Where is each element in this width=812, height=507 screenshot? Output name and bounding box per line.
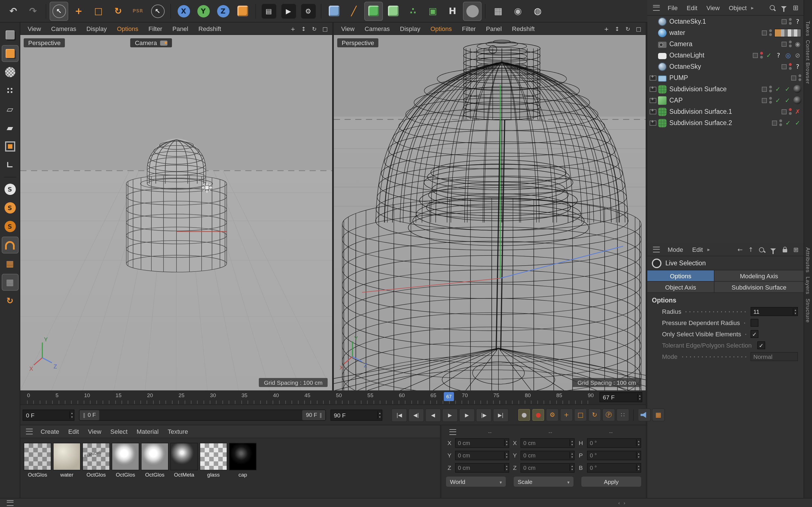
dock-tab[interactable]: Layers [805,277,811,294]
panel-menu-icon[interactable] [7,500,13,506]
visibility-dots[interactable] [789,63,792,70]
search-icon[interactable] [770,5,775,10]
size-field[interactable]: 0 cm [520,438,574,448]
expand-icon[interactable] [650,98,656,103]
object-tag-thumbnail[interactable] [794,96,801,104]
material-menu-item[interactable]: Material [132,428,163,435]
material-thumbnail[interactable] [24,443,51,470]
OctGlos[interactable]: OctGlos [24,443,51,478]
stepper-icon[interactable] [504,439,509,446]
viewport-menu-item[interactable]: Options [425,25,457,32]
visibility-dots[interactable] [799,74,801,81]
cap[interactable]: cap [229,443,257,478]
stepper-icon[interactable] [636,464,641,471]
rotation-field[interactable]: 0 ° [587,463,641,472]
viewport-menu-item[interactable]: Panel [481,25,507,32]
sound-scrub-icon[interactable] [638,408,651,421]
rotate-workplane-icon[interactable]: ↻ [1,292,18,309]
edges-mode-icon[interactable]: ▱ [1,101,18,118]
attribute-tab[interactable]: Modeling Axis [714,270,804,281]
object-badge[interactable]: ✓ [774,97,781,104]
object-badge[interactable]: ✓ [784,119,792,126]
solo-off-icon[interactable]: S [1,181,18,198]
record-objects-icon[interactable]: ● [518,408,530,421]
expand-icon[interactable] [650,64,656,69]
parent-object-icon[interactable]: ↑ [747,246,755,253]
PUMP[interactable]: PUMP [647,72,804,83]
viewport-left[interactable]: ViewCamerasDisplayOptionsFilterPanelReds… [20,22,332,390]
viewport-right[interactable]: ViewCamerasDisplayOptionsFilterPanelReds… [334,22,646,390]
CAP[interactable]: CAP ✓ ✓ [647,95,804,106]
menu-overflow-icon[interactable]: ▸ [751,5,754,10]
light-icon[interactable]: ◍ [528,1,547,20]
next-key-button[interactable]: |▶ [476,408,492,421]
timeline-mode-icon[interactable]: ▦ [652,408,665,421]
expand-icon[interactable] [650,19,656,24]
visibility-dots[interactable] [769,29,772,36]
coordinate-column-header[interactable]: -- [520,429,581,435]
expand-icon[interactable] [650,30,656,35]
dolly-view-icon[interactable]: ↕ [299,24,308,33]
viewport-canvas-left[interactable]: YXZ Perspective Camera Grid Spacing : 10… [20,35,332,390]
range-end-handle[interactable]: 90 F [303,410,325,420]
new-panel-icon[interactable]: ⊞ [792,246,800,253]
object-manager-menu-item[interactable]: File [663,4,682,11]
visibility-dots[interactable] [789,108,792,115]
dock-tab[interactable]: Attributes [805,247,811,273]
space-select[interactable]: World [446,476,506,487]
viewport-menu-item[interactable]: Display [395,25,425,32]
material-name[interactable]: OctMeta [170,471,198,478]
attribute-menu-item[interactable]: Edit [688,246,707,253]
object-badge[interactable]: ? [794,18,801,25]
current-frame-field[interactable]: 67 F [599,392,642,402]
position-field[interactable]: 0 cm [455,438,509,448]
Camera[interactable]: Camera ◉ [647,38,804,50]
dock-tab[interactable]: Content Browser [805,40,811,84]
visibility-dots[interactable] [789,18,792,25]
menu-overflow-icon[interactable]: ▸ [707,247,710,252]
object-badge[interactable]: ? [794,63,801,70]
material-thumbnail[interactable] [200,443,227,470]
stepper-icon[interactable] [636,452,641,459]
mode-select[interactable]: Scale [514,476,573,487]
stepper-icon[interactable] [569,464,574,471]
end-frame-field[interactable]: 90 F [331,409,382,420]
layer-chip[interactable] [762,30,767,35]
stepper-icon[interactable] [569,439,574,446]
coordinate-column-header[interactable]: -- [460,429,520,435]
simulation-icon[interactable] [463,1,481,20]
goto-start-button[interactable]: |◀ [391,408,407,421]
material-menu-item[interactable]: Select [106,428,132,435]
material-menu-item[interactable]: View [84,428,106,435]
material-menu-item[interactable]: Texture [163,428,193,435]
object-name[interactable]: OctaneSky.1 [669,18,706,25]
volume-icon[interactable]: ▣ [423,1,442,20]
key-scale-icon[interactable]: □ [574,408,587,421]
object-badge[interactable]: ◉ [794,40,801,48]
solo-single-icon[interactable]: S [1,200,18,216]
visibility-dots[interactable] [760,52,763,59]
lock-y-axis-icon[interactable]: Y [194,1,213,20]
viewport-menu-item[interactable]: Display [82,25,112,32]
layer-chip[interactable] [762,98,767,103]
object-badge[interactable]: ◎ [784,52,792,59]
last-tool-icon[interactable]: ↖ [148,1,167,20]
layer-chip[interactable] [781,109,786,114]
workplane-icon[interactable]: ∟ [1,157,18,173]
size-field[interactable]: 0 cm [520,463,574,472]
dolly-view-icon[interactable]: ↕ [612,24,622,33]
range-start-handle[interactable]: 0 F [80,410,99,420]
OctGlos[interactable]: BLANCHE OctGlos [82,443,110,478]
polygons-mode-icon[interactable]: ▰ [1,119,18,136]
viewport-menu-item[interactable]: Redshift [507,25,540,32]
move-icon[interactable]: + [69,1,88,20]
water[interactable]: water [647,27,804,38]
rotation-field[interactable]: 0 ° [587,450,641,460]
OctaneSky[interactable]: OctaneSky ? [647,61,804,72]
material-menu-item[interactable]: Edit [64,428,84,435]
workplane-grid-icon[interactable]: ▦ [1,274,18,291]
OctGlos[interactable]: OctGlos [141,443,168,478]
mograph-icon[interactable]: ∴ [404,1,422,20]
key-point-level-icon[interactable]: ∷ [616,408,629,421]
dock-tab[interactable]: Takes [805,21,811,36]
